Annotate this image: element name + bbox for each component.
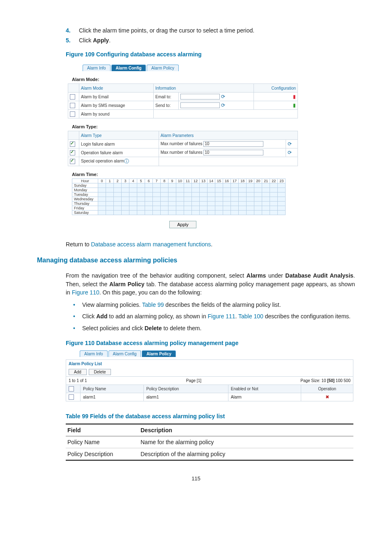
- time-cell[interactable]: [215, 192, 223, 197]
- time-cell[interactable]: [223, 202, 231, 206]
- time-cell[interactable]: [137, 206, 145, 211]
- time-cell[interactable]: [184, 202, 192, 206]
- time-cell[interactable]: [184, 206, 192, 211]
- time-cell[interactable]: [262, 183, 270, 188]
- time-cell[interactable]: [114, 183, 122, 188]
- time-cell[interactable]: [262, 197, 270, 202]
- time-cell[interactable]: [176, 192, 184, 197]
- text[interactable]: 100 500: [334, 378, 350, 383]
- time-cell[interactable]: [129, 211, 137, 215]
- time-cell[interactable]: [278, 211, 286, 215]
- link[interactable]: Figure 110: [72, 289, 99, 296]
- time-cell[interactable]: [192, 183, 200, 188]
- time-cell[interactable]: [145, 211, 153, 215]
- time-cell[interactable]: [200, 188, 208, 192]
- time-cell[interactable]: [106, 192, 114, 197]
- link[interactable]: Figure 111: [208, 313, 235, 320]
- time-cell[interactable]: [247, 206, 254, 211]
- time-cell[interactable]: [168, 211, 176, 215]
- time-cell[interactable]: [262, 192, 270, 197]
- time-cell[interactable]: [254, 188, 262, 192]
- time-cell[interactable]: [278, 188, 286, 192]
- time-cell[interactable]: [122, 188, 129, 192]
- time-cell[interactable]: [161, 192, 168, 197]
- checkbox[interactable]: [70, 94, 75, 100]
- refresh-icon[interactable]: ⟳: [288, 141, 292, 147]
- refresh-icon[interactable]: ⟳: [221, 102, 225, 108]
- time-cell[interactable]: [254, 206, 262, 211]
- time-cell[interactable]: [168, 202, 176, 206]
- add-button[interactable]: Add: [69, 369, 87, 375]
- time-cell[interactable]: [239, 183, 247, 188]
- time-cell[interactable]: [270, 206, 278, 211]
- time-cell[interactable]: [223, 188, 231, 192]
- time-cell[interactable]: [114, 206, 122, 211]
- time-cell[interactable]: [137, 192, 145, 197]
- tab-alarm-info[interactable]: Alarm Info: [83, 65, 111, 71]
- time-cell[interactable]: [239, 206, 247, 211]
- time-cell[interactable]: [98, 211, 106, 215]
- time-cell[interactable]: [200, 206, 208, 211]
- time-cell[interactable]: [192, 197, 200, 202]
- time-cell[interactable]: [145, 192, 153, 197]
- time-cell[interactable]: [161, 188, 168, 192]
- time-cell[interactable]: [137, 188, 145, 192]
- time-cell[interactable]: [278, 197, 286, 202]
- time-cell[interactable]: [215, 183, 223, 188]
- time-cell[interactable]: [262, 188, 270, 192]
- time-cell[interactable]: [208, 183, 215, 188]
- time-cell[interactable]: [278, 202, 286, 206]
- time-cell[interactable]: [176, 197, 184, 202]
- time-cell[interactable]: [223, 206, 231, 211]
- send-to-input[interactable]: [180, 102, 220, 108]
- time-cell[interactable]: [200, 211, 208, 215]
- time-cell[interactable]: [223, 211, 231, 215]
- time-cell[interactable]: [231, 192, 239, 197]
- time-cell[interactable]: [215, 211, 223, 215]
- time-cell[interactable]: [192, 206, 200, 211]
- tab-alarm-info[interactable]: Alarm Info: [80, 350, 108, 357]
- checkbox-all[interactable]: [69, 386, 74, 392]
- config-icon[interactable]: ▮: [293, 94, 296, 100]
- time-cell[interactable]: [176, 183, 184, 188]
- time-cell[interactable]: [122, 192, 129, 197]
- checkbox[interactable]: [69, 394, 74, 400]
- time-cell[interactable]: [208, 188, 215, 192]
- time-cell[interactable]: [254, 183, 262, 188]
- time-cell[interactable]: [168, 183, 176, 188]
- time-cell[interactable]: [161, 202, 168, 206]
- time-cell[interactable]: [231, 206, 239, 211]
- time-cell[interactable]: [145, 197, 153, 202]
- time-cell[interactable]: [254, 202, 262, 206]
- time-cell[interactable]: [122, 202, 129, 206]
- checkbox[interactable]: [70, 159, 75, 164]
- time-cell[interactable]: [270, 183, 278, 188]
- time-cell[interactable]: [192, 202, 200, 206]
- time-cell[interactable]: [122, 197, 129, 202]
- time-cell[interactable]: [215, 188, 223, 192]
- time-cell[interactable]: [176, 202, 184, 206]
- operation-icon[interactable]: ✖: [325, 394, 329, 399]
- time-cell[interactable]: [153, 206, 161, 211]
- checkbox[interactable]: [70, 111, 75, 117]
- time-cell[interactable]: [247, 192, 254, 197]
- time-cell[interactable]: [153, 188, 161, 192]
- page-size-current[interactable]: [50]: [327, 378, 334, 383]
- time-cell[interactable]: [231, 188, 239, 192]
- time-cell[interactable]: [184, 188, 192, 192]
- time-cell[interactable]: [184, 211, 192, 215]
- time-cell[interactable]: [98, 206, 106, 211]
- time-cell[interactable]: [208, 192, 215, 197]
- time-cell[interactable]: [270, 202, 278, 206]
- time-cell[interactable]: [270, 188, 278, 192]
- time-cell[interactable]: [223, 197, 231, 202]
- time-cell[interactable]: [98, 188, 106, 192]
- time-cell[interactable]: [98, 183, 106, 188]
- alarm-time-grid[interactable]: Hour012345678910111213141516171819202122…: [72, 178, 286, 215]
- time-cell[interactable]: [168, 188, 176, 192]
- time-cell[interactable]: [270, 211, 278, 215]
- delete-button[interactable]: Delete: [89, 369, 111, 375]
- time-cell[interactable]: [215, 206, 223, 211]
- time-cell[interactable]: [153, 197, 161, 202]
- time-cell[interactable]: [200, 192, 208, 197]
